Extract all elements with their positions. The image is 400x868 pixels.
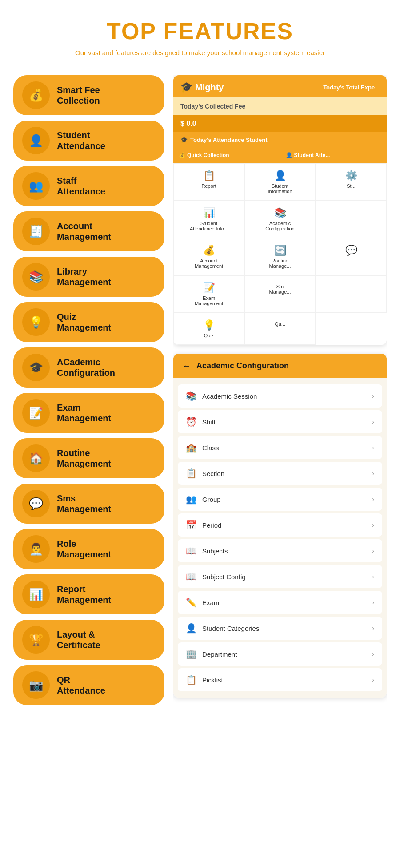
grid-label-13: Qu... (275, 321, 285, 327)
feature-icon-qr-attendance: 📷 (22, 671, 50, 699)
feature-item-quiz-management[interactable]: 💡Quiz Management (13, 302, 164, 342)
academic-item-left-8: ✏️Exam (186, 597, 219, 608)
feature-icon-quiz-management: 💡 (22, 308, 50, 336)
feature-item-academic-config[interactable]: 🎓ACademic Configuration (13, 347, 164, 388)
grid-item-4[interactable]: 📚Academic Configuration (244, 201, 316, 238)
feature-item-sms-management[interactable]: 💬Sms Management (13, 484, 164, 524)
feature-item-library-management[interactable]: 📚Library Management (13, 257, 164, 297)
academic-item-6[interactable]: 📖Subjects› (178, 539, 382, 562)
academic-item-8[interactable]: ✏️Exam› (178, 591, 382, 614)
grid-item-3[interactable]: 📊Student Attendance Info... (173, 201, 244, 238)
grid-item-8[interactable]: 💬 (316, 238, 387, 275)
academic-item-left-4: 👥Group (186, 494, 221, 505)
grid-item-12[interactable]: 💡Quiz (173, 313, 244, 345)
feature-item-exam-management[interactable]: 📝Exam Management (13, 393, 164, 433)
grid-label-1: Student Information (268, 183, 292, 194)
quick-collection-btn[interactable]: 💰 Quick Collection (173, 148, 280, 163)
main-content: 💰Smart Fee Collection👤Student Attendance… (0, 66, 400, 714)
feature-item-staff-attendance[interactable]: 👥Staff Attendance (13, 166, 164, 206)
academic-item-0[interactable]: 📚Academic Session› (178, 384, 382, 408)
feature-item-smart-fee[interactable]: 💰Smart Fee Collection (13, 75, 164, 115)
feature-label-library-management: Library Management (57, 266, 111, 287)
academic-item-left-1: ⏰Shift (186, 416, 216, 427)
grid-item-1[interactable]: 👤Student Information (244, 163, 316, 201)
academic-item-3[interactable]: 📋Section› (178, 462, 382, 485)
grid-item-6[interactable]: 💰Account Management (173, 238, 244, 275)
chevron-right-icon-4: › (372, 496, 374, 503)
grid-label-2: St... (347, 183, 356, 189)
feature-label-exam-management: Exam Management (57, 402, 111, 424)
academic-item-9[interactable]: 👤Student Categories› (178, 617, 382, 640)
feature-icon-academic-config: 🎓 (22, 354, 50, 381)
fee-section: Today's Collected Fee (173, 97, 387, 115)
logo-text: Mighty (195, 82, 224, 93)
feature-item-qr-attendance[interactable]: 📷QR Attendance (13, 665, 164, 705)
grid-icon-8: 💬 (320, 245, 383, 256)
feature-icon-role-management: 👨‍💼 (22, 535, 50, 563)
grid-item-7[interactable]: 🔄Routine Manage... (244, 238, 316, 275)
student-attendance-btn[interactable]: 👤 Student Atte... (280, 148, 387, 163)
attendance-bar: 🎓 Today's Attendance Student (173, 132, 387, 148)
grid-item-0[interactable]: 📋Report (173, 163, 244, 201)
academic-item-left-11: 📋Picklist (186, 674, 223, 685)
academic-item-label-1: Shift (202, 418, 216, 426)
feature-item-report-management[interactable]: 📊Report Management (13, 574, 164, 614)
academic-item-icon-1: ⏰ (186, 416, 197, 427)
grid-item-13[interactable]: Qu... (244, 313, 316, 345)
grid-icon-12: 💡 (177, 319, 240, 331)
academic-item-left-3: 📋Section (186, 468, 224, 479)
academic-item-left-5: 📅Period (186, 520, 221, 530)
grid-item-5[interactable] (316, 201, 387, 238)
app-header: 🎓 Mighty Today's Total Expe... (173, 75, 387, 97)
academic-item-10[interactable]: 🏢Department› (178, 642, 382, 666)
academic-item-icon-10: 🏢 (186, 649, 197, 659)
feature-label-academic-config: ACademic Configuration (57, 357, 115, 378)
feature-item-account-management[interactable]: 🧾Account Management (13, 211, 164, 251)
right-column: 🎓 Mighty Today's Total Expe... Today's C… (173, 75, 387, 705)
page-title: TOP FEATURES (9, 18, 391, 44)
academic-item-1[interactable]: ⏰Shift› (178, 410, 382, 433)
app-grid: 📋Report👤Student Information⚙️St...📊Stude… (173, 163, 387, 345)
chevron-right-icon-7: › (372, 573, 374, 580)
grid-item-9[interactable]: 📝Exam Management (173, 275, 244, 313)
chevron-right-icon-0: › (372, 392, 374, 400)
academic-item-4[interactable]: 👥Group› (178, 488, 382, 511)
academic-item-label-5: Period (202, 521, 221, 529)
feature-icon-smart-fee: 💰 (22, 81, 50, 109)
academic-item-5[interactable]: 📅Period› (178, 513, 382, 537)
grid-item-11[interactable] (316, 275, 387, 313)
grid-label-9: Exam Management (195, 295, 223, 306)
academic-item-icon-8: ✏️ (186, 597, 197, 608)
academic-item-icon-11: 📋 (186, 674, 197, 685)
grid-icon-3: 📊 (177, 207, 240, 219)
feature-item-role-management[interactable]: 👨‍💼Role Management (13, 529, 164, 569)
academic-item-label-10: Department (202, 650, 237, 658)
academic-item-2[interactable]: 🏫Class› (178, 436, 382, 459)
academic-item-left-9: 👤Student Categories (186, 623, 259, 634)
academic-item-icon-4: 👥 (186, 494, 197, 505)
back-button[interactable]: ← (182, 361, 191, 371)
grid-item-10[interactable]: Sm Manage... (244, 275, 316, 313)
feature-label-routine-management: Routine Management (57, 448, 111, 469)
grid-label-12: Quiz (204, 333, 214, 338)
grid-label-3: Student Attendance Info... (190, 221, 228, 231)
academic-item-label-6: Subjects (202, 547, 228, 555)
grid-icon-2: ⚙️ (320, 170, 383, 182)
feature-item-layout-certificate[interactable]: 🏆Layout & Certificate (13, 620, 164, 660)
feature-icon-layout-certificate: 🏆 (22, 626, 50, 654)
academic-item-label-11: Picklist (202, 676, 223, 684)
academic-item-11[interactable]: 📋Picklist› (178, 668, 382, 691)
app-logo: 🎓 Mighty (180, 81, 224, 93)
feature-label-account-management: Account Management (57, 221, 111, 242)
academic-item-icon-0: 📚 (186, 391, 197, 401)
grid-item-2[interactable]: ⚙️St... (316, 163, 387, 201)
feature-item-routine-management[interactable]: 🏠Routine Management (13, 438, 164, 478)
app-mockup: 🎓 Mighty Today's Total Expe... Today's C… (173, 75, 387, 345)
student-att-label: Student Atte... (294, 152, 330, 158)
feature-item-student-attendance[interactable]: 👤Student Attendance (13, 121, 164, 161)
chevron-right-icon-3: › (372, 470, 374, 477)
academic-item-7[interactable]: 📖Subject Config› (178, 565, 382, 588)
academic-item-icon-2: 🏫 (186, 442, 197, 453)
academic-item-left-7: 📖Subject Config (186, 571, 246, 582)
chevron-right-icon-6: › (372, 547, 374, 554)
